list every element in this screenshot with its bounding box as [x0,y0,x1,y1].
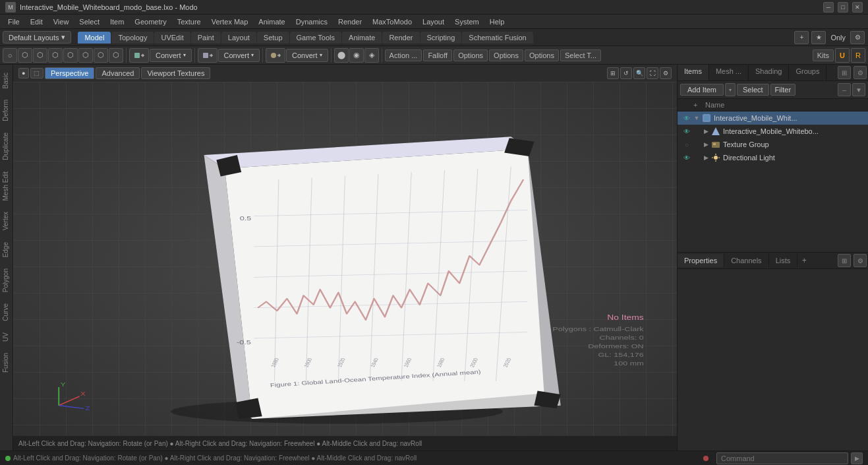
convert-icon2[interactable] [198,48,217,63]
tab-model[interactable]: Model [78,32,111,44]
action-button[interactable]: Action ... [385,49,422,61]
sidebar-tab-polygon[interactable]: Polygon [1,263,13,297]
items-tab-mesh[interactable]: Mesh ... [709,65,749,80]
item-expand-1[interactable]: ▶ [701,126,710,137]
prop-settings-icon[interactable]: ⚙ [854,254,867,267]
options-button2[interactable]: Options [489,49,523,61]
menu-item[interactable]: Item [105,16,129,27]
menu-view[interactable]: View [48,16,74,27]
item-expand-0[interactable]: ▼ [692,113,701,123]
misc-icon1[interactable]: ⬤ [334,48,349,63]
viewport-camera-btn[interactable]: ⬚ [30,68,43,78]
select-icon6[interactable]: ⬡ [78,48,93,63]
maximize-button[interactable]: □ [838,2,848,13]
prop-tab-properties[interactable]: Properties [678,254,724,267]
convert-icon1[interactable] [129,48,149,63]
star-icon[interactable]: ★ [811,31,826,44]
misc-icon2[interactable]: ◉ [349,48,364,63]
item-row-1[interactable]: 👁 ▶ Interactive_Mobile_Whitebo... [678,125,868,138]
items-expand-icon[interactable]: ⊞ [838,66,851,79]
viewport[interactable]: ● ⬚ Perspective Advanced Viewport Textur… [13,65,677,450]
menu-dynamics[interactable]: Dynamics [291,16,333,27]
command-input[interactable] [716,452,848,464]
items-tab-items[interactable]: Items [678,65,709,80]
select-t-button[interactable]: Select T... [560,49,601,61]
tab-schematic[interactable]: Schematic Fusion [462,32,533,44]
options-button3[interactable]: Options [525,49,559,61]
select-icon3[interactable]: ⬡ [33,48,47,63]
menu-layout[interactable]: Layout [417,16,449,27]
sidebar-tab-vertex[interactable]: Vertex [1,206,13,235]
menu-help[interactable]: Help [484,16,510,27]
tab-topology[interactable]: Topology [111,32,154,44]
viewport-lock-btn[interactable]: ● [18,68,29,78]
items-minus-btn[interactable]: – [838,83,851,96]
select-button[interactable]: Select [737,84,769,96]
prop-tab-lists[interactable]: Lists [769,254,798,267]
items-tab-shading[interactable]: Shading [749,65,789,80]
menu-geometry[interactable]: Geometry [129,16,171,27]
item-expand-2[interactable]: ▶ [701,139,710,150]
prop-expand-icon[interactable]: ⊞ [838,254,851,267]
menu-file[interactable]: File [3,16,25,27]
tab-animate[interactable]: Animate [342,32,382,44]
convert-button3[interactable]: Convert ▾ [286,49,328,62]
add-item-dropdown[interactable]: ▾ [725,83,736,96]
item-eye-0[interactable]: 👁 [681,113,692,123]
unreal-icon[interactable]: U [835,48,850,63]
item-row-3[interactable]: 👁 ▶ Directional Light [678,151,868,164]
prop-tab-channels[interactable]: Channels [724,254,768,267]
menu-texture[interactable]: Texture [172,16,206,27]
add-tab-button[interactable]: + [794,31,809,44]
viewport-perspective-btn[interactable]: Perspective [45,67,94,79]
tab-render[interactable]: Render [382,32,419,44]
tab-uvedit[interactable]: UVEdit [154,32,190,44]
viewport-zoom-btn[interactable]: 🔍 [633,67,645,79]
tab-setup[interactable]: Setup [257,32,289,44]
sidebar-tab-uv[interactable]: UV [1,327,13,347]
options-button1[interactable]: Options [453,49,488,61]
filter-button[interactable]: Filter [770,84,796,96]
sidebar-tab-edge[interactable]: Edge [1,237,13,263]
sidebar-tab-deform[interactable]: Deform [1,94,13,127]
sidebar-tab-meshedit[interactable]: Mesh Edit [1,166,13,206]
convert-button2[interactable]: Convert ▾ [218,49,260,62]
convert-button1[interactable]: Convert ▾ [150,49,192,62]
menu-system[interactable]: System [449,16,484,27]
tab-layout[interactable]: Layout [221,32,256,44]
select-icon7[interactable]: ⬡ [94,48,108,63]
prop-add-tab[interactable]: + [797,254,811,267]
select-icon5[interactable]: ⬡ [63,48,78,63]
viewport-settings-btn[interactable]: ⚙ [660,67,672,79]
minimize-button[interactable]: ─ [823,2,834,13]
select-icon4[interactable]: ⬡ [48,48,63,63]
settings-icon[interactable]: ⚙ [850,31,865,44]
ue-icon[interactable]: R [851,48,865,63]
menu-select[interactable]: Select [74,16,105,27]
menu-vertexmap[interactable]: Vertex Map [206,16,254,27]
sidebar-tab-basic[interactable]: Basic [1,67,13,94]
add-item-button[interactable]: Add Item [680,84,724,96]
viewport-fullscreen-btn[interactable]: ⛶ [647,67,658,79]
tab-scripting[interactable]: Scripting [420,32,462,44]
item-row-2[interactable]: ○ ▶ Texture Group [678,138,868,151]
item-eye-3[interactable]: 👁 [681,152,692,163]
kits-button[interactable]: Kits [813,49,834,61]
menu-render[interactable]: Render [333,16,367,27]
items-settings-icon[interactable]: ⚙ [854,66,867,79]
sidebar-tab-duplicate[interactable]: Duplicate [1,127,13,166]
layout-dropdown[interactable]: Default Layouts ▾ [3,31,71,44]
viewport-rotate-btn[interactable]: ↺ [620,67,632,79]
select-icon8[interactable]: ⬡ [109,48,123,63]
tab-gametools[interactable]: Game Tools [290,32,342,44]
falloff-button[interactable]: Falloff [423,49,452,61]
item-row-0[interactable]: 👁 ▼ Interactive_Mobile_Whit... [678,111,868,125]
item-eye-1[interactable]: 👁 [681,126,692,137]
command-search-button[interactable]: ▶ [851,452,863,464]
convert-icon3[interactable] [266,48,285,63]
viewport-textures-btn[interactable]: Viewport Textures [141,67,210,79]
items-filter-icon[interactable]: ▼ [852,83,865,96]
menu-animate[interactable]: Animate [253,16,290,27]
select-icon2[interactable]: ⬡ [18,48,32,63]
sidebar-tab-curve[interactable]: Curve [1,298,13,326]
